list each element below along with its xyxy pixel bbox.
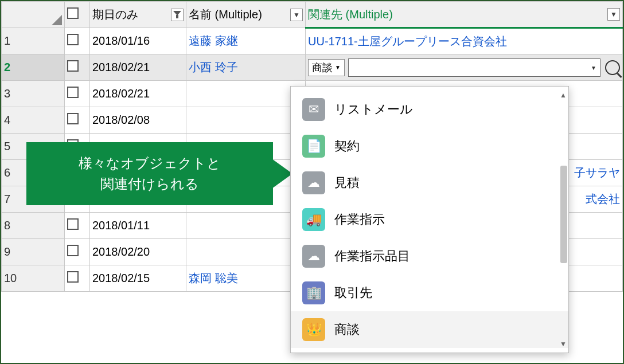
date-cell[interactable]: 2018/02/15: [90, 265, 186, 292]
callout-line1: 様々なオブジェクトと: [79, 153, 221, 174]
dropdown-item-label: 見積: [334, 174, 360, 191]
row-checkbox-cell[interactable]: [65, 107, 90, 134]
object-type-icon: 🏢: [302, 281, 325, 304]
row-checkbox-cell[interactable]: [65, 265, 90, 292]
checkbox-icon[interactable]: [67, 34, 79, 45]
row-number[interactable]: 10: [2, 265, 65, 292]
dropdown-item-label: 商談: [334, 321, 360, 338]
funnel-icon: [173, 11, 181, 19]
row-checkbox-cell[interactable]: [65, 54, 90, 81]
row-marker-icon: [52, 15, 62, 25]
related-cell[interactable]: 商談▼▼: [306, 54, 623, 81]
row-number[interactable]: 3: [2, 81, 65, 107]
date-cell[interactable]: 2018/02/21: [90, 81, 186, 107]
name-cell[interactable]: [186, 213, 306, 239]
name-link[interactable]: 森岡 聡美: [189, 272, 238, 284]
search-icon[interactable]: [605, 60, 620, 75]
date-column-header[interactable]: 期日のみ: [90, 2, 186, 28]
row-checkbox-cell[interactable]: [65, 28, 90, 54]
date-header-label: 期日のみ: [92, 8, 138, 21]
lookup-input[interactable]: ▼: [348, 58, 600, 77]
dropdown-item[interactable]: 🚚作業指示: [291, 201, 568, 238]
chevron-down-icon: ▼: [335, 64, 341, 71]
dropdown-item-label: 契約: [334, 138, 360, 155]
row-number[interactable]: 8: [2, 213, 65, 239]
dropdown-item-label: 作業指示: [334, 211, 385, 228]
scroll-thumb[interactable]: [560, 166, 567, 263]
help-callout: 様々なオブジェクトと 関連付けられる: [26, 142, 273, 205]
related-column-header[interactable]: 関連先 (Multiple) ▼: [306, 2, 623, 28]
dropdown-item[interactable]: 🏢取引先: [291, 275, 568, 311]
related-dropdown-button[interactable]: ▼: [607, 8, 620, 21]
name-link[interactable]: 小西 玲子: [189, 61, 238, 73]
row-number[interactable]: 2: [2, 54, 65, 81]
row-checkbox-cell[interactable]: [65, 81, 90, 107]
dropdown-item[interactable]: 📄契約: [291, 128, 568, 165]
date-cell[interactable]: 2018/02/20: [90, 239, 186, 265]
checkbox-icon[interactable]: [67, 245, 79, 256]
related-cell[interactable]: UU-1711-土屋グループリース合資会社: [306, 28, 623, 54]
checkbox-header[interactable]: [65, 2, 90, 28]
date-cell[interactable]: 2018/02/08: [90, 107, 186, 134]
object-type-icon: 👑: [302, 318, 325, 341]
checkbox-icon[interactable]: [67, 218, 79, 230]
row-select-header[interactable]: [2, 2, 65, 28]
checkbox-icon[interactable]: [67, 60, 79, 72]
name-cell[interactable]: [186, 81, 306, 107]
dropdown-item-label: リストメール: [334, 101, 413, 118]
date-cell[interactable]: 2018/01/16: [90, 28, 186, 54]
chevron-down-icon: ▼: [591, 64, 596, 71]
related-link[interactable]: 式会社: [586, 193, 620, 205]
scroll-up-icon[interactable]: ▲: [559, 91, 567, 99]
checkbox-icon[interactable]: [67, 7, 79, 19]
name-cell[interactable]: 遠藤 家継: [186, 28, 306, 54]
dropdown-item[interactable]: ☁作業指示品目: [291, 238, 568, 275]
object-type-icon: 📄: [302, 135, 325, 158]
related-link[interactable]: 子サラヤ: [574, 166, 620, 179]
checkbox-icon[interactable]: [67, 87, 79, 98]
date-filter-button[interactable]: [171, 9, 184, 21]
name-link[interactable]: 遠藤 家継: [189, 34, 238, 47]
dropdown-item[interactable]: 👑商談: [291, 311, 568, 348]
dropdown-item-label: 取引先: [334, 284, 372, 302]
checkbox-icon[interactable]: [67, 113, 79, 124]
object-type-select[interactable]: 商談▼: [308, 59, 345, 76]
date-cell[interactable]: 2018/02/21: [90, 54, 186, 81]
name-cell[interactable]: [186, 107, 306, 134]
date-cell[interactable]: 2018/01/11: [90, 213, 186, 239]
dropdown-item[interactable]: ☁見積: [291, 165, 568, 201]
name-cell[interactable]: 小西 玲子: [186, 54, 306, 81]
name-header-label: 名前 (Multiple): [189, 8, 262, 21]
name-cell[interactable]: 森岡 聡美: [186, 265, 306, 292]
row-number[interactable]: 1: [2, 28, 65, 54]
dropdown-item[interactable]: ✉リストメール: [291, 91, 568, 128]
object-type-dropdown[interactable]: ✉リストメール📄契約☁見積🚚作業指示☁作業指示品目🏢取引先👑商談 ▲ ▼: [290, 86, 569, 353]
table-row[interactable]: 22018/02/21小西 玲子商談▼▼: [2, 54, 623, 81]
name-dropdown-button[interactable]: ▼: [290, 9, 303, 21]
callout-line2: 関連付けられる: [79, 174, 221, 194]
scrollbar[interactable]: ▲ ▼: [559, 91, 567, 348]
object-type-icon: 🚚: [302, 208, 325, 231]
object-type-icon: ☁: [302, 245, 325, 268]
scroll-down-icon[interactable]: ▼: [559, 340, 567, 348]
name-column-header[interactable]: 名前 (Multiple) ▼: [186, 2, 306, 28]
related-link[interactable]: UU-1711-土屋グループリース合資会社: [308, 35, 507, 48]
object-type-icon: ✉: [302, 98, 325, 121]
object-type-value: 商談: [312, 61, 333, 75]
related-header-label: 関連先 (Multiple): [308, 8, 393, 21]
dropdown-item-label: 作業指示品目: [334, 248, 410, 265]
table-row[interactable]: 12018/01/16遠藤 家継UU-1711-土屋グループリース合資会社: [2, 28, 623, 54]
row-checkbox-cell[interactable]: [65, 239, 90, 265]
checkbox-icon[interactable]: [67, 271, 79, 283]
row-number[interactable]: 4: [2, 107, 65, 134]
object-type-icon: ☁: [302, 171, 325, 194]
row-number[interactable]: 9: [2, 239, 65, 265]
row-checkbox-cell[interactable]: [65, 213, 90, 239]
name-cell[interactable]: [186, 239, 306, 265]
